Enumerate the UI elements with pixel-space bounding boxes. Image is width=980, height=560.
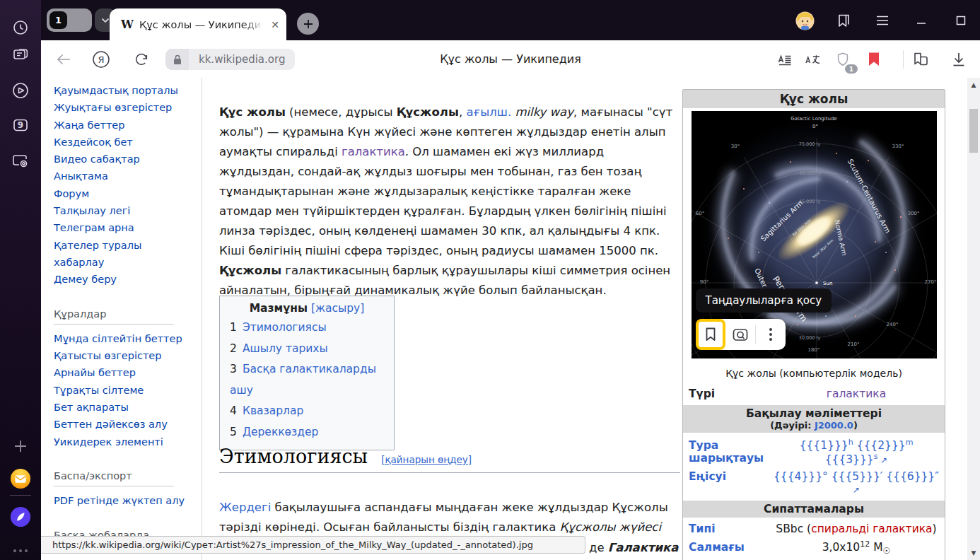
row-label[interactable]: Еңісуі [689, 470, 774, 483]
toc-number: 2 [230, 342, 237, 355]
toc-link[interactable]: Ашылу тарихы [243, 342, 328, 355]
table-of-contents: Мазмұны [жасыру] 1Этимологиясы2Ашылу тар… [219, 296, 395, 450]
profile-avatar[interactable] [794, 10, 815, 31]
svg-text:60,000 ly: 60,000 ly [799, 170, 821, 176]
yandex-browser-logo[interactable] [10, 506, 31, 527]
sidebar-link[interactable]: Беттен дәйексөз алу [54, 416, 192, 433]
yandex-letter: Я [98, 54, 104, 65]
rail-divider [10, 495, 31, 496]
yandex-mail-icon[interactable] [10, 468, 31, 489]
visual-search-button[interactable] [725, 319, 755, 350]
row-value[interactable]: {{{1}}}h {{{2}}}m {{{3}}}s ↗ [774, 438, 939, 466]
protect-shield-icon[interactable]: 1 [832, 48, 854, 71]
window-maximize-button[interactable] [950, 10, 972, 31]
row-value[interactable]: {{{4}}}° {{{5}}}′ {{{6}}}″ ↗ [774, 470, 939, 496]
lock-icon[interactable] [165, 49, 189, 70]
sidebar-link[interactable]: Форум [54, 185, 192, 202]
toc-title: Мазмұны [250, 302, 308, 315]
yandex-search-button[interactable]: Я [90, 48, 112, 71]
sidebar-link[interactable]: Уикидерек элементі [54, 433, 192, 450]
row-label[interactable]: Салмағы [689, 541, 774, 554]
sidebar-link[interactable]: Кездейсоқ бет [54, 134, 192, 151]
svg-text:270°: 270° [924, 279, 936, 285]
sidebar-link[interactable]: Тұрақты сілтеме [54, 382, 192, 399]
toc-hide-link[interactable]: [жасыру] [311, 302, 364, 315]
infobox: Құс жолы [682, 89, 945, 560]
infobox-row-type: Түрі галактика [683, 385, 945, 402]
more-actions-button[interactable] [756, 319, 786, 350]
clipped-bottom-line [219, 556, 679, 560]
sidebar-link[interactable]: PDF ретінде жүктеп алу [54, 492, 192, 509]
active-tab[interactable]: W Құс жолы — Уикипедия ✕ [110, 8, 286, 40]
sidebar-link[interactable]: Анықтама [54, 168, 192, 185]
row-value: 3,0x1012 M☉ [774, 539, 939, 556]
translate-icon[interactable] [802, 48, 824, 71]
vertical-scrollbar[interactable]: ▲ ▼ [967, 78, 980, 560]
infobox-title: Құс жолы [683, 90, 945, 108]
history-icon[interactable] [10, 17, 31, 38]
sidebar-link[interactable]: Қателер туралы хабарлау [54, 237, 192, 272]
sidebar-link[interactable]: Демеу беру [54, 271, 192, 288]
add-bookmark-button[interactable] [696, 319, 725, 350]
toc-link[interactable]: Квазарлар [243, 404, 303, 417]
svg-text:210°: 210° [847, 342, 859, 347]
browser-toolbar: Құс жолы — Уикипедия Я kk.wikipedia.org … [41, 40, 980, 78]
infobox-row-dec: Еңісуі {{{4}}}° {{{5}}}′ {{{6}}}″ ↗ [683, 468, 945, 498]
row-value[interactable]: галактика [774, 387, 939, 400]
row-label[interactable]: Типі [689, 523, 774, 535]
row-label[interactable]: Тура шарықтауы [689, 439, 774, 465]
sidebar-link[interactable]: Жаңа беттер [54, 117, 192, 134]
scroll-up-arrow[interactable]: ▲ [967, 79, 980, 91]
sidebar-link[interactable]: Бет ақпараты [54, 399, 192, 416]
add-to-favorites-tooltip: Таңдаулыларға қосу [696, 288, 832, 313]
address-bar[interactable]: kk.wikipedia.org [165, 49, 295, 70]
scrollbar-thumb[interactable] [969, 109, 978, 153]
feed-panel-icon[interactable] [10, 44, 31, 65]
download-icon[interactable] [947, 48, 970, 71]
reader-mode-icon[interactable] [774, 48, 796, 71]
edit-section-link[interactable]: [қайнарын өңдеу] [381, 454, 472, 465]
tab-strip: 1 W Құс жолы — Уикипедия ✕ [41, 0, 980, 40]
shield-badge: 1 [845, 64, 858, 74]
svg-text:Galactic Longitude: Galactic Longitude [791, 116, 836, 122]
toc-link[interactable]: Басқа галактикаларды ашу [230, 363, 376, 397]
sidebar-link[interactable]: Қатысты өзгерістер [54, 347, 192, 364]
back-button[interactable] [52, 48, 75, 71]
toolbar-separator [903, 50, 904, 69]
observation-title: Бақылау мәліметтері [683, 407, 945, 420]
svg-text:75,000 ly: 75,000 ly [798, 141, 820, 147]
galaxy-image[interactable]: Galactic Longitude0°30°330°60°300°90°270… [692, 111, 937, 358]
tab-close-icon[interactable]: ✕ [271, 20, 279, 30]
sidebar-link[interactable]: Видео сабақтар [54, 151, 192, 168]
toc-list: 1Этимологиясы2Ашылу тарихы3Басқа галакти… [220, 317, 394, 443]
menu-hamburger-icon[interactable] [872, 10, 893, 31]
scroll-down-arrow[interactable]: ▼ [967, 547, 980, 559]
tabs-counter-icon[interactable]: 9 [10, 115, 31, 136]
screenshot-icon[interactable] [10, 150, 31, 171]
window-minimize-button[interactable] [911, 10, 932, 31]
section-heading-wrap: Этимологиясы [қайнарын өңдеу] [219, 445, 680, 473]
sidebar-link[interactable]: Қауымдастық порталы [54, 82, 192, 99]
toc-link[interactable]: Этимологиясы [243, 321, 327, 334]
sidebar-link[interactable]: Арнайы беттер [54, 364, 192, 381]
rail-more-icon[interactable] [10, 540, 31, 560]
svg-text:300°: 300° [907, 211, 919, 216]
sidebar-link[interactable]: Телеграм арна [54, 219, 192, 236]
toc-link[interactable]: Дереккөздер [243, 426, 319, 438]
reload-button[interactable] [130, 48, 153, 71]
tab-group-pill[interactable]: 1 [47, 8, 92, 32]
sidebar-link[interactable]: Мұнда сілтейтін беттер [54, 330, 192, 347]
add-panel-icon[interactable] [10, 436, 31, 457]
bookmark-added-icon[interactable] [863, 48, 885, 71]
collections-icon[interactable] [909, 48, 932, 71]
svg-text:90°: 90° [699, 279, 708, 285]
new-tab-button[interactable] [297, 13, 319, 35]
url-text[interactable]: kk.wikipedia.org [189, 49, 295, 70]
toc-number: 3 [230, 363, 237, 375]
bookmarks-panel-icon[interactable] [833, 10, 854, 31]
video-icon[interactable] [10, 80, 31, 101]
sidebar-link[interactable]: Жуықтағы өзгерістер [54, 99, 192, 116]
infobox-characteristics-header: Сипаттамалары [683, 501, 945, 518]
infobox-row-kind: Типі SBbc (спиральді галактика) [683, 520, 945, 537]
sidebar-link[interactable]: Талқылау легі [54, 202, 192, 219]
